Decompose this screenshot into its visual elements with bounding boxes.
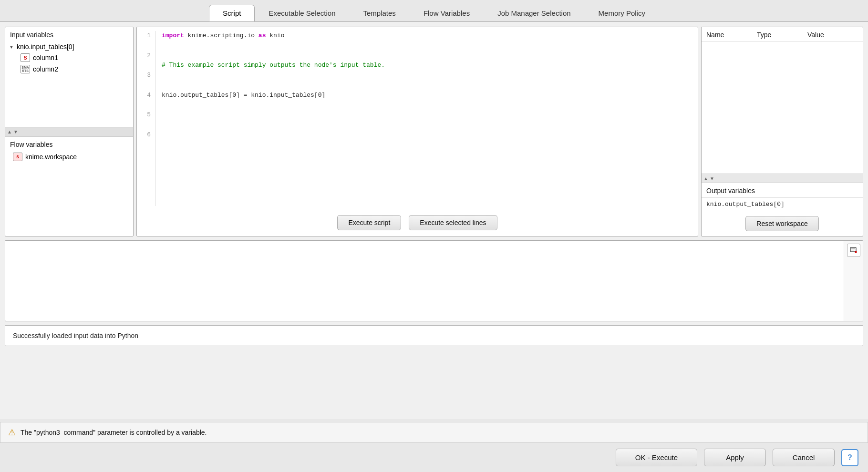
execute-script-button[interactable]: Execute script [337,215,401,230]
right-resize-down-icon[interactable]: ▼ [710,176,714,181]
tab-script[interactable]: Script [209,5,255,21]
flow-variables-section: Flow variables s knime.workspace [5,137,133,236]
help-button[interactable]: ? [841,449,858,466]
resize-up-icon[interactable]: ▲ [7,129,12,134]
console-area [5,240,863,321]
bottom-bar: OK - Execute Apply Cancel ? [0,443,868,472]
line-numbers: 1 2 3 4 5 6 [137,31,156,206]
tab-job-manager-selection[interactable]: Job Manager Selection [484,5,584,21]
execute-selected-lines-button[interactable]: Execute selected lines [409,215,497,230]
input-variables-title: Input variables [5,27,133,41]
svg-rect-0 [850,247,856,252]
right-resize-bar[interactable]: ▲ ▼ [702,174,863,183]
console-main[interactable] [5,241,844,321]
tab-memory-policy[interactable]: Memory Policy [585,5,659,21]
right-resize-up-icon[interactable]: ▲ [703,176,708,181]
reset-workspace-button[interactable]: Reset workspace [745,216,818,231]
tree-item-knime-workspace[interactable]: s knime.workspace [5,151,133,163]
clear-console-button[interactable] [847,244,860,257]
tree-item-column2[interactable]: SMARTS column2 [5,63,133,75]
input-vars-resize-bar[interactable]: ▲ ▼ [5,127,133,136]
left-panel: Input variables ▼ knio.input_tables[0] S… [5,27,134,236]
output-variables-content: knio.output_tables[0] [702,198,863,211]
right-panel: Name Type Value ▲ ▼ Output variables kni… [701,27,863,236]
console-sidebar [844,241,863,321]
tab-templates[interactable]: Templates [350,5,410,21]
resize-down-icon[interactable]: ▼ [13,129,18,134]
tab-bar: Script Executable Selection Templates Fl… [0,0,868,21]
column2-icon: SMARTS [21,65,30,73]
clear-console-icon [850,246,858,254]
top-section: Input variables ▼ knio.input_tables[0] S… [5,27,863,236]
tab-flow-variables[interactable]: Flow Variables [410,5,484,21]
warning-icon: ⚠ [8,427,16,438]
output-var-item: knio.output_tables[0] [706,201,785,208]
tab-executable-selection[interactable]: Executable Selection [255,5,349,21]
tree-item-label: knio.input_tables[0] [17,43,74,51]
right-panel-header: Name Type Value [702,27,863,42]
column1-icon: S [21,53,30,62]
tree-item-knio-input-tables[interactable]: ▼ knio.input_tables[0] [5,41,133,52]
status-message: Successfully loaded input data into Pyth… [13,332,138,339]
flow-variables-title: Flow variables [5,137,133,151]
cancel-button[interactable]: Cancel [773,449,835,466]
status-bar: Successfully loaded input data into Pyth… [5,325,863,346]
center-panel: 1 2 3 4 5 6 import knime.scripting.io as… [136,27,698,236]
tree-item-flow-label: knime.workspace [25,153,77,161]
warning-bar: ⚠ The "python3_command" parameter is con… [0,422,868,443]
reset-btn-area: Reset workspace [702,211,863,236]
tree-item-column2-label: column2 [33,65,58,73]
output-variables-title: Output variables [706,187,755,195]
tree-item-column1-label: column1 [33,54,58,62]
code-area[interactable]: 1 2 3 4 5 6 import knime.scripting.io as… [137,27,698,210]
input-variables-section: Input variables ▼ knio.input_tables[0] S… [5,27,133,127]
ok-execute-button[interactable]: OK - Execute [616,449,697,466]
flow-var-icon: s [13,153,22,161]
code-content[interactable]: import knime.scripting.io as knio # This… [156,31,698,206]
output-variables-section: Output variables [702,183,863,198]
col-value: Value [807,31,858,39]
right-content [702,42,863,174]
code-buttons: Execute script Execute selected lines [137,210,698,236]
col-name: Name [706,31,757,39]
main-content: Input variables ▼ knio.input_tables[0] S… [0,21,868,419]
col-type: Type [757,31,807,39]
tree-arrow-down: ▼ [9,44,14,50]
tree-item-column1[interactable]: S column1 [5,52,133,63]
warning-message: The "python3_command" parameter is contr… [21,429,207,436]
apply-button[interactable]: Apply [704,449,766,466]
